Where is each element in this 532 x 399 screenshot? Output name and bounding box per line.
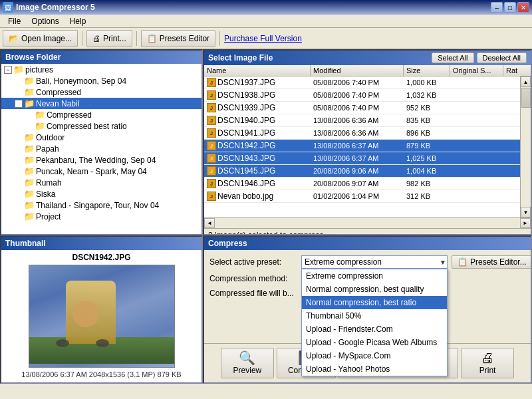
menu-options[interactable]: Options bbox=[26, 15, 64, 27]
print-button[interactable]: 🖨 Print... bbox=[86, 30, 132, 47]
file-name-cell: JDSCN1946.JPG bbox=[204, 178, 311, 190]
dropdown-option[interactable]: Upload - Friendster.Com bbox=[302, 323, 447, 336]
open-icon: 📂 bbox=[9, 34, 19, 43]
file-icon: J bbox=[207, 116, 216, 125]
col-modified[interactable]: Modified bbox=[311, 65, 404, 76]
file-modified-cell: 05/08/2006 7:40 PM bbox=[311, 102, 404, 114]
tree-item[interactable]: 📁 Outdoor bbox=[1, 132, 201, 143]
tree-item[interactable]: 📁 Siska bbox=[1, 188, 201, 200]
file-row[interactable]: JDSCN1946.JPG20/08/2006 9:07 AM982 KB bbox=[204, 178, 520, 190]
select-all-button[interactable]: Select All bbox=[432, 53, 473, 63]
file-row[interactable]: JDSCN1937.JPG05/08/2006 7:40 PM1,000 KB bbox=[204, 76, 520, 89]
hscroll-right-btn[interactable]: ► bbox=[520, 218, 531, 228]
scroll-up-btn[interactable]: ▲ bbox=[521, 76, 531, 87]
dropdown-option[interactable]: Thumbnail 50% bbox=[302, 309, 447, 323]
tree-item[interactable]: 📁 Compressed best ratio bbox=[1, 120, 201, 132]
tree-item[interactable]: 📁 Pekanbaru, The Wedding, Sep 04 bbox=[1, 154, 201, 166]
file-icon: J bbox=[207, 192, 216, 201]
presets-editor-button[interactable]: 📋 Presets Editor bbox=[141, 30, 215, 47]
file-ratio-cell bbox=[503, 127, 520, 139]
tree-item-label: Compressed best ratio bbox=[47, 122, 127, 131]
maximize-button[interactable]: □ bbox=[504, 2, 516, 13]
tree-item[interactable]: 📁 Rumah bbox=[1, 177, 201, 188]
menu-file[interactable]: File bbox=[3, 15, 26, 27]
presets-editor-btn[interactable]: 📋 Presets Editor... bbox=[452, 255, 532, 269]
folder-icon: 📁 bbox=[35, 121, 45, 131]
dropdown-option[interactable]: Normal compression, best quality bbox=[302, 283, 447, 296]
file-list-area[interactable]: JDSCN1937.JPG05/08/2006 7:40 PM1,000 KBJ… bbox=[204, 76, 520, 217]
col-original-size[interactable]: Original S... bbox=[450, 65, 503, 76]
tree-item-label: Bali, Honeymoon, Sep 04 bbox=[36, 76, 126, 86]
menu-help[interactable]: Help bbox=[65, 15, 92, 27]
folder-icon: 📁 bbox=[24, 200, 35, 210]
print-action-button[interactable]: 🖨 Print bbox=[461, 348, 514, 378]
dropdown-option[interactable]: Upload - MySpace.Com bbox=[302, 349, 447, 362]
open-image-button[interactable]: 📂 Open Image... bbox=[3, 30, 78, 47]
file-row[interactable]: JDSCN1941.JPG13/08/2006 6:36 AM896 KB bbox=[204, 127, 520, 140]
file-list-header: Select Image File Select All Deselect Al… bbox=[204, 51, 531, 65]
dropdown-option[interactable]: Normal compression, best ratio bbox=[302, 296, 447, 309]
file-ratio-cell bbox=[503, 165, 520, 177]
file-name-cell: JDSCN1942.JPG bbox=[204, 140, 311, 152]
file-list-scrollbar[interactable]: ▲ ▼ bbox=[520, 76, 531, 217]
file-list-panel: Select Image File Select All Deselect Al… bbox=[203, 49, 532, 235]
minimize-button[interactable]: – bbox=[491, 2, 503, 13]
file-row[interactable]: JNevan bobo.jpg01/02/2006 1:04 PM312 KB bbox=[204, 190, 520, 203]
tree-item-label: Compressed bbox=[36, 88, 81, 97]
file-ratio-cell bbox=[503, 89, 520, 101]
tree-expand-btn[interactable]: − bbox=[15, 100, 23, 108]
file-row[interactable]: JDSCN1943.JPG13/08/2006 6:37 AM1,025 KB bbox=[204, 152, 520, 165]
main-layout: Browse Folder −📁 pictures📁 Bali, Honeymo… bbox=[0, 49, 532, 384]
tree-item[interactable]: 📁 Thailand - Singapore, Tour, Nov 04 bbox=[1, 200, 201, 211]
menu-bar: File Options Help bbox=[0, 15, 532, 28]
file-ratio-cell bbox=[503, 114, 520, 126]
col-name[interactable]: Name bbox=[204, 65, 311, 76]
file-name-text: DSCN1942.JPG bbox=[217, 141, 275, 150]
file-name-cell: JDSCN1937.JPG bbox=[204, 76, 311, 88]
dropdown-option[interactable]: Upload - Google Picasa Web Albums bbox=[302, 336, 447, 349]
file-list-hscroll: ◄ ► bbox=[204, 217, 531, 228]
file-modified-cell: 13/08/2006 6:36 AM bbox=[311, 127, 404, 139]
file-originalSize-cell bbox=[450, 76, 503, 88]
preview-button[interactable]: 🔍 Preview bbox=[221, 348, 274, 378]
scroll-down-btn[interactable]: ▼ bbox=[521, 207, 531, 217]
thumbnail-content: DSCN1942.JPG 13/08/2006 6:37 AM 2048x153… bbox=[1, 250, 201, 381]
file-row[interactable]: JDSCN1945.JPG20/08/2006 9:06 AM1,004 KB bbox=[204, 165, 520, 178]
tree-item[interactable]: 📁 Papah bbox=[1, 143, 201, 154]
file-row[interactable]: JDSCN1940.JPG13/08/2006 6:36 AM835 KB bbox=[204, 114, 520, 127]
tree-item[interactable]: 📁 Compressed bbox=[1, 86, 201, 98]
hscroll-track bbox=[215, 218, 520, 228]
tree-item[interactable]: 📁 Compressed bbox=[1, 109, 201, 120]
file-name-text: DSCN1943.JPG bbox=[217, 154, 275, 163]
close-button[interactable]: ✕ bbox=[517, 2, 529, 13]
tree-item[interactable]: −📁 Nevan Nabil bbox=[1, 98, 201, 109]
dropdown-option[interactable]: Extreme compression bbox=[302, 269, 447, 283]
deselect-all-button[interactable]: Deselect All bbox=[477, 53, 527, 63]
scroll-thumb[interactable] bbox=[521, 88, 531, 108]
preset-dropdown[interactable]: Extreme compressionNormal compression, b… bbox=[301, 255, 448, 269]
purchase-button[interactable]: Purchase Full Version bbox=[224, 34, 302, 43]
dropdown-option[interactable]: Upload - Yahoo! Photos bbox=[302, 362, 447, 376]
hscroll-left-btn[interactable]: ◄ bbox=[204, 218, 215, 228]
file-row[interactable]: JDSCN1942.JPG13/08/2006 6:37 AM879 KB bbox=[204, 140, 520, 152]
folder-tree[interactable]: −📁 pictures📁 Bali, Honeymoon, Sep 04📁 Co… bbox=[1, 64, 201, 233]
tree-item[interactable]: 📁 Puncak, Neam - Spark, May 04 bbox=[1, 166, 201, 177]
tree-item-label: Pekanbaru, The Wedding, Sep 04 bbox=[36, 156, 156, 165]
file-row[interactable]: JDSCN1939.JPG05/08/2006 7:40 PM952 KB bbox=[204, 102, 520, 114]
file-icon: J bbox=[207, 154, 216, 163]
file-size-cell: 896 KB bbox=[404, 127, 450, 139]
file-ratio-cell bbox=[503, 190, 520, 202]
file-ratio-cell bbox=[503, 76, 520, 88]
file-name-cell: JDSCN1943.JPG bbox=[204, 152, 311, 164]
col-size[interactable]: Size bbox=[404, 65, 450, 76]
col-ratio[interactable]: Rat bbox=[503, 65, 532, 76]
print-icon: 🖨 bbox=[92, 34, 100, 43]
file-name-cell: JDSCN1945.JPG bbox=[204, 165, 311, 177]
preset-dropdown-container: Extreme compressionNormal compression, b… bbox=[301, 255, 448, 269]
tree-item[interactable]: −📁 pictures bbox=[1, 64, 201, 75]
file-modified-cell: 13/08/2006 6:36 AM bbox=[311, 114, 404, 126]
tree-item[interactable]: 📁 Bali, Honeymoon, Sep 04 bbox=[1, 75, 201, 86]
tree-item[interactable]: 📁 Project bbox=[1, 211, 201, 222]
tree-expand-btn[interactable]: − bbox=[4, 66, 12, 74]
file-row[interactable]: JDSCN1938.JPG05/08/2006 7:40 PM1,032 KB bbox=[204, 89, 520, 102]
